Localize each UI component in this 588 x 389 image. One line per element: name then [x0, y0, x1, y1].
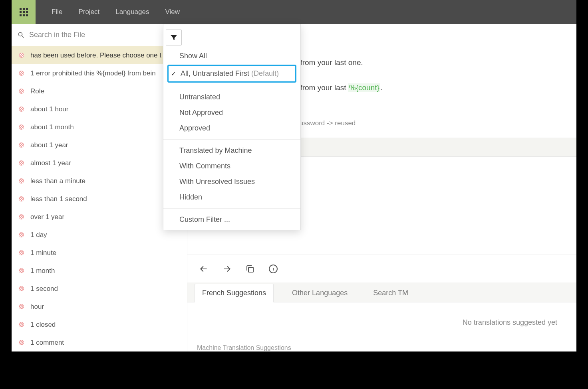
string-text: about 1 year	[30, 141, 68, 149]
filter-icon	[169, 33, 178, 42]
svg-rect-0	[248, 267, 253, 272]
status-dot-icon	[19, 89, 24, 94]
menu-items: File Project Languages View	[36, 0, 180, 24]
filter-separator	[163, 208, 300, 209]
menu-languages[interactable]: Languages	[115, 8, 149, 16]
string-row[interactable]: about 1 year	[12, 136, 187, 154]
status-dot-icon	[19, 268, 24, 273]
status-dot-icon	[19, 250, 24, 255]
string-row[interactable]: 1 minute	[12, 244, 187, 262]
status-dot-icon	[19, 322, 24, 327]
string-text: about 1 hour	[30, 105, 68, 113]
filter-not-approved[interactable]: Not Approved	[163, 105, 300, 120]
filter-translated-by-machine[interactable]: Translated by Machine	[163, 143, 300, 158]
tab-lang-suggestions[interactable]: French Suggestions	[195, 284, 274, 302]
filter-dropdown: Show All ✓ All, Untranslated First (Defa…	[163, 24, 301, 230]
next-button[interactable]	[222, 264, 232, 274]
string-text: less than 1 second	[30, 195, 87, 203]
arrow-right-icon	[222, 264, 232, 274]
string-row[interactable]: Role	[12, 82, 187, 100]
filter-all-untranslated-first[interactable]: ✓ All, Untranslated First (Default)	[167, 65, 296, 83]
string-row[interactable]: less than 1 second	[12, 190, 187, 208]
apps-button[interactable]	[12, 0, 36, 24]
tab-other-languages[interactable]: Other Languages	[285, 284, 355, 302]
string-row[interactable]: almost 1 year	[12, 154, 187, 172]
copy-source-button[interactable]	[245, 264, 255, 274]
tab-search-tm[interactable]: Search TM	[366, 284, 415, 302]
check-icon: ✓	[171, 70, 176, 77]
string-row[interactable]: about 1 month	[12, 118, 187, 136]
string-row[interactable]: about 1 hour	[12, 100, 187, 118]
status-dot-icon	[19, 142, 24, 148]
apps-grid-icon	[20, 8, 28, 16]
string-text: about 1 month	[30, 123, 74, 131]
string-row[interactable]: has been used before. Please choose one …	[12, 46, 187, 64]
string-list: has been used before. Please choose one …	[12, 46, 187, 351]
filter-item-label: All, Untranslated First	[181, 69, 249, 77]
mt-suggestions-header: Machine Translation Suggestions	[187, 327, 576, 351]
menu-file[interactable]: File	[52, 8, 62, 16]
filter-button[interactable]	[166, 30, 182, 45]
string-text: Role	[30, 87, 44, 95]
string-text: has been used before. Please choose one …	[30, 51, 161, 59]
string-row[interactable]: 1 second	[12, 280, 187, 298]
string-text: less than a minute	[30, 177, 85, 185]
string-text: 1 error prohibited this %{model} from be…	[30, 69, 156, 77]
filter-separator	[163, 139, 300, 140]
status-dot-icon	[19, 71, 24, 76]
string-row[interactable]: over 1 year	[12, 208, 187, 226]
string-text: 1 month	[30, 267, 55, 275]
status-dot-icon	[19, 53, 24, 58]
string-text: 1 closed	[30, 321, 56, 329]
menu-bar: File Project Languages View	[12, 0, 576, 24]
search-icon	[17, 31, 25, 39]
info-icon	[268, 264, 278, 274]
status-dot-icon	[19, 232, 24, 237]
status-dot-icon	[19, 286, 24, 291]
filter-show-all[interactable]: Show All	[163, 48, 300, 64]
string-row[interactable]: 1 error prohibited this %{model} from be…	[12, 64, 187, 82]
string-text: almost 1 year	[30, 159, 71, 167]
string-row[interactable]: 1 day	[12, 226, 187, 244]
filter-custom[interactable]: Custom Filter ...	[163, 212, 300, 227]
search-input[interactable]	[29, 31, 149, 39]
menu-project[interactable]: Project	[78, 8, 99, 16]
string-text: 1 comment	[30, 339, 64, 347]
filter-separator	[163, 86, 300, 86]
menu-view[interactable]: View	[165, 8, 180, 16]
status-dot-icon	[19, 196, 24, 201]
arrow-left-icon	[199, 264, 209, 274]
string-row[interactable]: less than a minute	[12, 172, 187, 190]
prev-button[interactable]	[199, 264, 209, 274]
suggestion-tabs: French Suggestions Other Languages Searc…	[187, 282, 576, 302]
status-dot-icon	[19, 160, 24, 166]
string-text: 1 second	[30, 285, 58, 293]
status-dot-icon	[19, 304, 24, 309]
source-placeholder: %{count}	[348, 83, 380, 92]
search-wrap	[12, 31, 163, 39]
status-dot-icon	[19, 124, 24, 130]
status-dot-icon	[19, 107, 24, 112]
status-dot-icon	[19, 340, 24, 345]
filter-with-comments[interactable]: With Comments	[163, 158, 300, 174]
string-row[interactable]: 1 closed	[12, 316, 187, 334]
no-suggestions-text: No translations suggested yet	[187, 302, 576, 327]
copy-icon	[245, 264, 255, 274]
filter-hidden[interactable]: Hidden	[163, 190, 300, 205]
string-text: 1 minute	[30, 249, 56, 257]
source-line-suffix: .	[380, 83, 382, 92]
string-row[interactable]: 1 comment	[12, 334, 187, 351]
string-text: over 1 year	[30, 213, 64, 221]
filter-approved[interactable]: Approved	[163, 120, 300, 136]
string-text: hour	[30, 303, 44, 311]
status-dot-icon	[19, 214, 24, 219]
info-button[interactable]	[268, 264, 278, 274]
status-dot-icon	[19, 178, 24, 184]
filter-with-unresolved-issues[interactable]: With Unresolved Issues	[163, 174, 300, 190]
string-row[interactable]: 1 month	[12, 262, 187, 280]
string-text: 1 day	[30, 231, 47, 239]
editor-toolbar	[187, 255, 576, 282]
filter-untranslated[interactable]: Untranslated	[163, 89, 300, 105]
filter-trigger-row	[163, 27, 300, 48]
string-row[interactable]: hour	[12, 298, 187, 316]
